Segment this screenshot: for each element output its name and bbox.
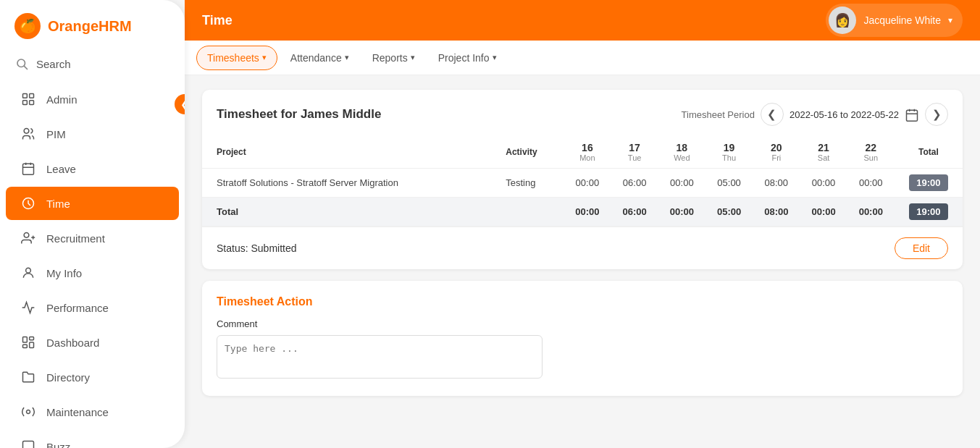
total-row: Total 00:00 06:00 00:00 05:00 08:00 00:0…: [202, 198, 963, 227]
row-total: 19:00: [895, 169, 963, 198]
sidebar-item-maintenance-label: Maintenance: [46, 406, 109, 418]
admin-icon: [20, 91, 36, 107]
sidebar-item-maintenance[interactable]: Maintenance: [6, 395, 179, 428]
timesheet-title: Timesheet for James Middle: [217, 107, 381, 122]
sidebar-item-directory-label: Directory: [46, 371, 90, 384]
table-row: Stratoff Solutions - Stratoff Server Mig…: [202, 169, 963, 198]
svg-rect-19: [23, 345, 28, 347]
sidebar-nav: Admin PIM Leave Time Rec: [0, 81, 185, 448]
timesheet-header: Timesheet for James Middle Timesheet Per…: [202, 90, 963, 136]
row-mon: 00:00: [564, 169, 611, 198]
row-activity: Testing: [491, 169, 564, 198]
status-text: Status: Submitted: [217, 242, 297, 254]
main-content: Time 👩 Jacqueline White ▾ Timesheets ▾ A…: [185, 0, 980, 448]
sidebar-item-pim[interactable]: PIM: [6, 117, 179, 151]
timesheet-card: Timesheet for James Middle Timesheet Per…: [202, 90, 963, 269]
period-label: Timesheet Period: [682, 109, 755, 120]
attendance-chevron-icon: ▾: [345, 53, 349, 62]
total-sat: 00:00: [800, 198, 847, 227]
total-sun: 00:00: [847, 198, 895, 227]
sidebar-item-admin[interactable]: Admin: [6, 83, 179, 116]
sidebar-item-pim-label: PIM: [46, 128, 66, 140]
sidebar-item-dashboard-label: Dashboard: [46, 337, 99, 349]
subnav-item-projectinfo[interactable]: Project Info ▾: [428, 46, 507, 69]
subnav-attendance-label: Attendance: [290, 52, 342, 64]
total-mon: 00:00: [564, 198, 611, 227]
dashboard-icon: [20, 334, 36, 350]
search-icon: [14, 56, 29, 71]
row-tue: 06:00: [611, 169, 658, 198]
row-project: Stratoff Solutions - Stratoff Server Mig…: [202, 169, 491, 198]
total-wed: 00:00: [658, 198, 705, 227]
search-label: Search: [36, 58, 71, 70]
period-next-button[interactable]: ❯: [925, 103, 948, 126]
subnav-timesheets-label: Timesheets: [207, 52, 259, 64]
subnav-projectinfo-label: Project Info: [438, 52, 490, 64]
timesheet-table: Project Activity 16 Mon: [202, 136, 963, 227]
performance-icon: [20, 300, 36, 316]
sidebar-item-buzz[interactable]: Buzz: [6, 430, 179, 448]
col-day-wed: 18 Wed: [658, 136, 705, 169]
period-value: 2022-05-16 to 2022-05-22: [790, 109, 899, 120]
search-item[interactable]: Search: [0, 49, 185, 81]
content-area: Timesheet for James Middle Timesheet Per…: [185, 75, 980, 448]
svg-rect-4: [23, 101, 28, 105]
comment-label: Comment: [217, 318, 948, 329]
svg-point-15: [26, 268, 31, 273]
calendar-icon[interactable]: [905, 106, 919, 122]
svg-point-12: [24, 233, 29, 238]
period-prev-button[interactable]: ❮: [761, 103, 784, 126]
total-total: 19:00: [895, 198, 963, 227]
svg-rect-21: [907, 110, 918, 121]
subnav-reports-label: Reports: [372, 52, 408, 64]
svg-rect-18: [30, 342, 34, 348]
sidebar-item-directory[interactable]: Directory: [6, 360, 179, 394]
col-total: Total: [895, 136, 963, 169]
timesheets-chevron-icon: ▾: [262, 53, 267, 62]
col-day-fri: 20 Fri: [753, 136, 800, 169]
total-thu: 05:00: [705, 198, 753, 227]
total-fri: 08:00: [753, 198, 800, 227]
user-chevron-icon: ▾: [948, 15, 952, 25]
time-icon: [20, 195, 36, 211]
user-menu[interactable]: 👩 Jacqueline White ▾: [826, 4, 963, 37]
reports-chevron-icon: ▾: [411, 53, 415, 62]
sidebar-item-dashboard[interactable]: Dashboard: [6, 326, 179, 359]
svg-point-20: [27, 410, 30, 414]
comment-input[interactable]: [217, 335, 543, 379]
svg-rect-2: [23, 94, 28, 98]
sidebar-item-performance[interactable]: Performance: [6, 291, 179, 324]
action-card: Timesheet Action Comment: [202, 281, 963, 396]
logo-text: OrangeHRM: [48, 18, 132, 35]
subnav-item-attendance[interactable]: Attendance ▾: [280, 46, 359, 69]
col-day-thu: 19 Thu: [705, 136, 753, 169]
sidebar-item-time-label: Time: [46, 198, 70, 210]
total-label: Total: [202, 198, 491, 227]
sidebar-item-recruitment[interactable]: Recruitment: [6, 221, 179, 255]
sidebar-item-leave-label: Leave: [46, 163, 76, 175]
sidebar-item-performance-label: Performance: [46, 302, 109, 314]
total-tue: 06:00: [611, 198, 658, 227]
edit-button[interactable]: Edit: [895, 237, 948, 259]
col-activity: Activity: [491, 136, 564, 169]
svg-rect-17: [30, 337, 34, 340]
sidebar-item-leave[interactable]: Leave: [6, 152, 179, 185]
sidebar: 🍊 OrangeHRM Search ❮ Admin PIM: [0, 0, 185, 448]
sidebar-item-myinfo-label: My Info: [46, 267, 82, 279]
buzz-icon: [20, 439, 36, 448]
logo-icon: 🍊: [14, 13, 41, 39]
pim-icon: [20, 126, 36, 142]
subnav-item-timesheets[interactable]: Timesheets ▾: [196, 46, 277, 70]
col-day-tue: 17 Tue: [611, 136, 658, 169]
sidebar-item-buzz-label: Buzz: [46, 441, 70, 449]
sidebar-item-myinfo[interactable]: My Info: [6, 256, 179, 289]
col-day-sun: 22 Sun: [847, 136, 895, 169]
svg-rect-7: [23, 164, 34, 174]
myinfo-icon: [20, 265, 36, 281]
subnav-item-reports[interactable]: Reports ▾: [362, 46, 425, 69]
sidebar-item-time[interactable]: Time: [6, 187, 179, 220]
directory-icon: [20, 369, 36, 385]
sidebar-item-admin-label: Admin: [46, 93, 78, 106]
svg-rect-5: [30, 101, 34, 105]
svg-rect-3: [30, 94, 34, 98]
